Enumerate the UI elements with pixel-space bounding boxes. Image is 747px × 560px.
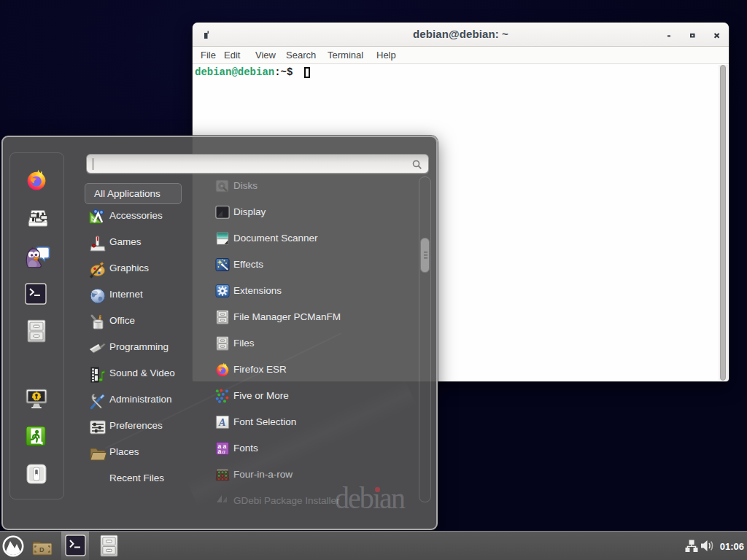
svg-text:a: a [217, 448, 221, 455]
svg-text:A: A [218, 417, 225, 428]
svg-text:D: D [39, 546, 44, 553]
svg-text:a: a [222, 448, 225, 455]
